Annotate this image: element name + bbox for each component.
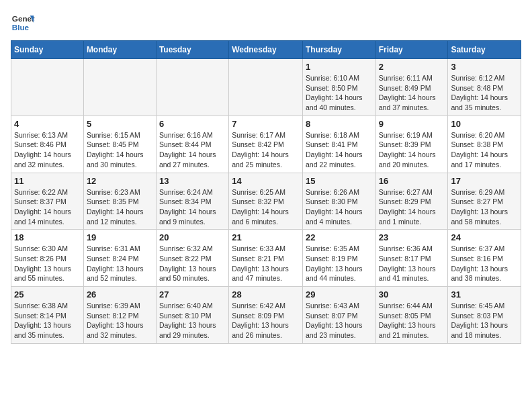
day-cell: 31Sunrise: 6:45 AM Sunset: 8:03 PM Dayli… [448,287,521,344]
day-number: 8 [306,119,373,129]
day-info: Sunrise: 6:33 AM Sunset: 8:21 PM Dayligh… [232,244,300,283]
day-info: Sunrise: 6:37 AM Sunset: 8:16 PM Dayligh… [451,244,518,283]
day-cell: 23Sunrise: 6:36 AM Sunset: 8:17 PM Dayli… [375,230,448,287]
day-info: Sunrise: 6:27 AM Sunset: 8:29 PM Dayligh… [379,187,445,227]
day-info: Sunrise: 6:38 AM Sunset: 8:14 PM Dayligh… [14,301,81,340]
day-info: Sunrise: 6:22 AM Sunset: 8:37 PM Dayligh… [14,187,81,227]
day-info: Sunrise: 6:29 AM Sunset: 8:27 PM Dayligh… [451,187,518,227]
day-number: 27 [159,289,226,300]
day-cell: 5Sunrise: 6:15 AM Sunset: 8:45 PM Daylig… [83,116,156,173]
week-row-3: 11Sunrise: 6:22 AM Sunset: 8:37 PM Dayli… [11,173,521,230]
day-number: 3 [451,62,518,72]
day-cell: 1Sunrise: 6:10 AM Sunset: 8:50 PM Daylig… [302,59,375,116]
day-header-friday: Friday [375,41,448,59]
day-number: 28 [232,289,300,300]
day-number: 5 [87,119,153,129]
day-header-tuesday: Tuesday [156,41,228,59]
day-number: 31 [451,289,518,300]
day-cell: 14Sunrise: 6:25 AM Sunset: 8:32 PM Dayli… [229,173,303,230]
day-cell: 7Sunrise: 6:17 AM Sunset: 8:42 PM Daylig… [229,116,303,173]
day-info: Sunrise: 6:10 AM Sunset: 8:50 PM Dayligh… [306,73,373,113]
day-cell: 8Sunrise: 6:18 AM Sunset: 8:41 PM Daylig… [302,116,375,173]
day-info: Sunrise: 6:19 AM Sunset: 8:39 PM Dayligh… [379,130,445,170]
day-info: Sunrise: 6:17 AM Sunset: 8:42 PM Dayligh… [232,130,300,170]
day-number: 9 [379,119,445,129]
day-cell: 20Sunrise: 6:32 AM Sunset: 8:22 PM Dayli… [156,230,228,287]
day-info: Sunrise: 6:43 AM Sunset: 8:07 PM Dayligh… [306,301,373,340]
day-number: 23 [379,232,445,242]
day-number: 10 [451,119,518,129]
day-cell: 26Sunrise: 6:39 AM Sunset: 8:12 PM Dayli… [83,287,156,344]
day-cell [83,59,156,116]
day-cell: 12Sunrise: 6:23 AM Sunset: 8:35 PM Dayli… [83,173,156,230]
day-info: Sunrise: 6:40 AM Sunset: 8:10 PM Dayligh… [159,301,226,340]
day-number: 24 [451,232,518,242]
day-cell: 17Sunrise: 6:29 AM Sunset: 8:27 PM Dayli… [448,173,521,230]
day-number: 4 [14,119,81,129]
day-info: Sunrise: 6:32 AM Sunset: 8:22 PM Dayligh… [159,244,226,283]
day-info: Sunrise: 6:15 AM Sunset: 8:45 PM Dayligh… [87,130,153,170]
day-number: 11 [14,176,81,186]
day-info: Sunrise: 6:12 AM Sunset: 8:48 PM Dayligh… [451,73,518,113]
day-number: 21 [232,232,300,242]
day-header-monday: Monday [83,41,156,59]
day-cell: 30Sunrise: 6:44 AM Sunset: 8:05 PM Dayli… [375,287,448,344]
day-header-thursday: Thursday [302,41,375,59]
day-info: Sunrise: 6:39 AM Sunset: 8:12 PM Dayligh… [87,301,153,340]
day-info: Sunrise: 6:31 AM Sunset: 8:24 PM Dayligh… [87,244,153,283]
svg-text:General: General [12,14,35,23]
day-number: 7 [232,119,300,129]
day-cell: 13Sunrise: 6:24 AM Sunset: 8:34 PM Dayli… [156,173,228,230]
day-info: Sunrise: 6:35 AM Sunset: 8:19 PM Dayligh… [306,244,373,283]
day-number: 2 [379,62,445,72]
day-info: Sunrise: 6:36 AM Sunset: 8:17 PM Dayligh… [379,244,445,283]
calendar-body: 1Sunrise: 6:10 AM Sunset: 8:50 PM Daylig… [11,59,521,344]
day-cell: 24Sunrise: 6:37 AM Sunset: 8:16 PM Dayli… [448,230,521,287]
day-cell: 9Sunrise: 6:19 AM Sunset: 8:39 PM Daylig… [375,116,448,173]
day-number: 22 [306,232,373,242]
day-number: 6 [159,119,226,129]
week-row-2: 4Sunrise: 6:13 AM Sunset: 8:46 PM Daylig… [11,116,521,173]
day-cell: 28Sunrise: 6:42 AM Sunset: 8:09 PM Dayli… [229,287,303,344]
week-row-4: 18Sunrise: 6:30 AM Sunset: 8:26 PM Dayli… [11,230,521,287]
day-info: Sunrise: 6:44 AM Sunset: 8:05 PM Dayligh… [379,301,445,340]
day-number: 26 [87,289,153,300]
day-info: Sunrise: 6:25 AM Sunset: 8:32 PM Dayligh… [232,187,300,227]
day-cell: 4Sunrise: 6:13 AM Sunset: 8:46 PM Daylig… [11,116,84,173]
days-header-row: SundayMondayTuesdayWednesdayThursdayFrid… [11,41,521,59]
day-number: 14 [232,176,300,186]
day-info: Sunrise: 6:16 AM Sunset: 8:44 PM Dayligh… [159,130,226,170]
day-number: 15 [306,176,373,186]
day-number: 16 [379,176,445,186]
day-info: Sunrise: 6:30 AM Sunset: 8:26 PM Dayligh… [14,244,81,283]
day-cell: 15Sunrise: 6:26 AM Sunset: 8:30 PM Dayli… [302,173,375,230]
day-number: 25 [14,289,81,300]
day-number: 1 [306,62,373,72]
day-cell: 16Sunrise: 6:27 AM Sunset: 8:29 PM Dayli… [375,173,448,230]
day-header-saturday: Saturday [448,41,521,59]
day-number: 19 [87,232,153,242]
week-row-1: 1Sunrise: 6:10 AM Sunset: 8:50 PM Daylig… [11,59,521,116]
day-cell: 21Sunrise: 6:33 AM Sunset: 8:21 PM Dayli… [229,230,303,287]
day-cell: 2Sunrise: 6:11 AM Sunset: 8:49 PM Daylig… [375,59,448,116]
day-info: Sunrise: 6:11 AM Sunset: 8:49 PM Dayligh… [379,73,445,113]
day-cell: 27Sunrise: 6:40 AM Sunset: 8:10 PM Dayli… [156,287,228,344]
week-row-5: 25Sunrise: 6:38 AM Sunset: 8:14 PM Dayli… [11,287,521,344]
logo-icon: General Blue [11,11,35,35]
day-number: 29 [306,289,373,300]
day-cell: 22Sunrise: 6:35 AM Sunset: 8:19 PM Dayli… [302,230,375,287]
logo: General Blue [11,11,35,35]
day-cell: 19Sunrise: 6:31 AM Sunset: 8:24 PM Dayli… [83,230,156,287]
day-cell: 3Sunrise: 6:12 AM Sunset: 8:48 PM Daylig… [448,59,521,116]
day-cell: 29Sunrise: 6:43 AM Sunset: 8:07 PM Dayli… [302,287,375,344]
day-cell: 6Sunrise: 6:16 AM Sunset: 8:44 PM Daylig… [156,116,228,173]
day-number: 30 [379,289,445,300]
day-number: 18 [14,232,81,242]
day-cell: 25Sunrise: 6:38 AM Sunset: 8:14 PM Dayli… [11,287,84,344]
day-info: Sunrise: 6:42 AM Sunset: 8:09 PM Dayligh… [232,301,300,340]
day-cell: 11Sunrise: 6:22 AM Sunset: 8:37 PM Dayli… [11,173,84,230]
day-number: 20 [159,232,226,242]
day-info: Sunrise: 6:13 AM Sunset: 8:46 PM Dayligh… [14,130,81,170]
day-info: Sunrise: 6:24 AM Sunset: 8:34 PM Dayligh… [159,187,226,227]
day-number: 17 [451,176,518,186]
